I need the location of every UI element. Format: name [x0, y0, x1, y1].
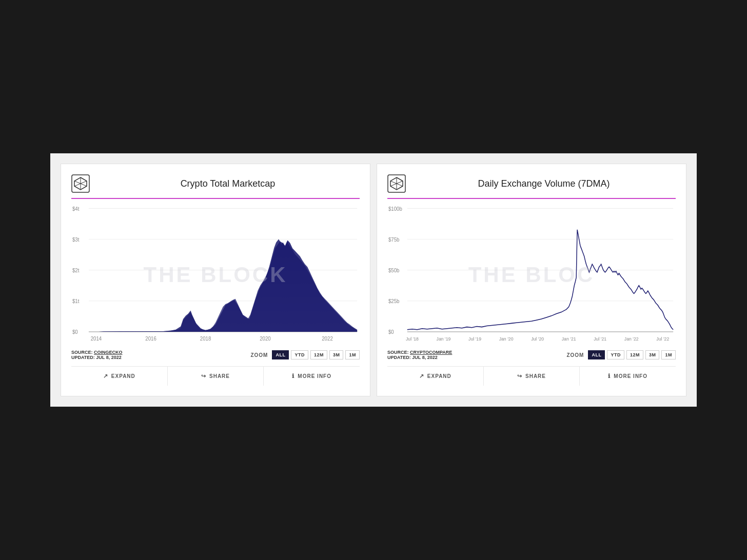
svg-text:Jul '21: Jul '21 — [594, 336, 606, 341]
svg-text:2014: 2014 — [91, 335, 102, 341]
source-link-1[interactable]: COINGECKO — [94, 350, 123, 355]
card-header-2: Daily Exchange Volume (7DMA) — [387, 174, 676, 193]
updated-text-2: UPDATED: JUL 8, 2022 — [387, 355, 452, 360]
purple-divider-1 — [71, 198, 360, 199]
more-info-button-1[interactable]: ℹ MORE INFO — [264, 367, 360, 386]
svg-text:Jul '18: Jul '18 — [406, 336, 419, 341]
svg-text:$25b: $25b — [388, 298, 400, 304]
svg-text:$3t: $3t — [72, 236, 80, 242]
svg-text:Jul '19: Jul '19 — [468, 336, 481, 341]
svg-text:Jan '21: Jan '21 — [562, 336, 576, 341]
svg-text:Jan '20: Jan '20 — [499, 336, 514, 341]
svg-text:Jul '20: Jul '20 — [531, 336, 544, 341]
zoom-3m-1[interactable]: 3M — [329, 350, 344, 359]
card-header-1: Crypto Total Marketcap — [71, 174, 360, 193]
main-container: Crypto Total Marketcap THE BLOCK $4t $3t… — [50, 153, 697, 407]
svg-text:Jul '22: Jul '22 — [656, 336, 669, 341]
zoom-all-1[interactable]: ALL — [272, 350, 289, 359]
svg-text:$50b: $50b — [388, 268, 400, 273]
source-row-2: SOURCE: CRYPTOCOMPARE UPDATED: JUL 8, 20… — [387, 350, 676, 360]
zoom-ytd-1[interactable]: YTD — [291, 350, 308, 359]
expand-button-2[interactable]: ↗ EXPAND — [387, 367, 484, 386]
info-icon-2: ℹ — [608, 373, 611, 379]
svg-text:$75b: $75b — [388, 236, 400, 242]
expand-icon-1: ↗ — [103, 373, 108, 379]
share-button-1[interactable]: ↪ SHARE — [168, 367, 264, 386]
chart-area-2: THE BLOC $100b $75b $50b $25b $0 Jul '18… — [387, 203, 676, 347]
zoom-1m-2[interactable]: 1M — [661, 350, 676, 359]
zoom-ytd-2[interactable]: YTD — [607, 350, 624, 359]
zoom-3m-2[interactable]: 3M — [645, 350, 660, 359]
card-footer-1: ↗ EXPAND ↪ SHARE ℹ MORE INFO — [71, 366, 360, 386]
zoom-all-2[interactable]: ALL — [588, 350, 605, 359]
svg-text:$4t: $4t — [72, 206, 80, 211]
zoom-1m-1[interactable]: 1M — [345, 350, 360, 359]
svg-text:$2t: $2t — [72, 268, 80, 273]
share-icon-1: ↪ — [201, 373, 206, 379]
svg-text:$1t: $1t — [72, 298, 80, 304]
zoom-12m-2[interactable]: 12M — [626, 350, 643, 359]
svg-text:2018: 2018 — [200, 335, 211, 341]
logo-icon-1 — [71, 174, 90, 193]
svg-text:Jan '19: Jan '19 — [437, 336, 451, 341]
zoom-controls-2: ZOOM ALL YTD 12M 3M 1M — [566, 350, 676, 359]
info-icon-1: ℹ — [292, 373, 294, 379]
share-icon-2: ↪ — [517, 373, 522, 379]
source-row-1: SOURCE: COINGECKO UPDATED: JUL 8, 2022 Z… — [71, 350, 360, 360]
chart-area-1: THE BLOCK $4t $3t $2t $1t $0 2014 2016 2… — [71, 203, 360, 347]
svg-text:2016: 2016 — [145, 335, 156, 341]
card-title-1: Crypto Total Marketcap — [96, 178, 360, 189]
svg-text:$0: $0 — [388, 329, 394, 335]
source-info-2: SOURCE: CRYPTOCOMPARE UPDATED: JUL 8, 20… — [387, 350, 452, 360]
expand-icon-2: ↗ — [419, 373, 424, 379]
svg-text:$0: $0 — [72, 329, 78, 335]
source-link-2[interactable]: CRYPTOCOMPARE — [410, 350, 452, 355]
purple-divider-2 — [387, 198, 676, 199]
more-info-button-2[interactable]: ℹ MORE INFO — [580, 367, 676, 386]
card-footer-2: ↗ EXPAND ↪ SHARE ℹ MORE INFO — [387, 366, 676, 386]
svg-text:$100b: $100b — [388, 206, 402, 211]
svg-text:2022: 2022 — [322, 335, 333, 341]
updated-text-1: UPDATED: JUL 8, 2022 — [71, 355, 123, 360]
svg-text:2020: 2020 — [260, 335, 271, 341]
svg-text:Jan '22: Jan '22 — [624, 336, 639, 341]
zoom-controls-1: ZOOM ALL YTD 12M 3M 1M — [250, 350, 360, 359]
share-button-2[interactable]: ↪ SHARE — [484, 367, 580, 386]
volume-card: Daily Exchange Volume (7DMA) THE BLOC $1… — [377, 164, 686, 396]
expand-button-1[interactable]: ↗ EXPAND — [71, 367, 168, 386]
card-title-2: Daily Exchange Volume (7DMA) — [412, 178, 676, 189]
zoom-12m-1[interactable]: 12M — [310, 350, 327, 359]
marketcap-card: Crypto Total Marketcap THE BLOCK $4t $3t… — [61, 164, 370, 396]
source-info-1: SOURCE: COINGECKO UPDATED: JUL 8, 2022 — [71, 350, 123, 360]
logo-icon-2 — [387, 174, 406, 193]
